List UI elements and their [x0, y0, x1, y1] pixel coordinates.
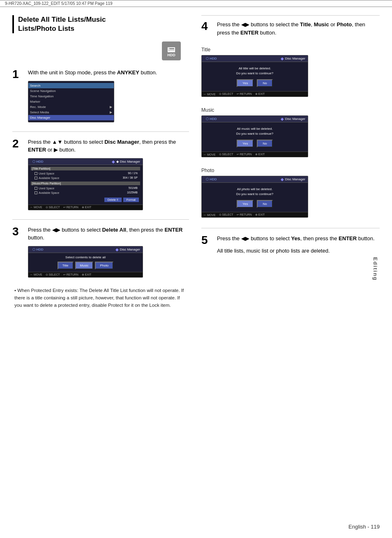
separator-right — [201, 228, 380, 228]
step-4-content: Press the ◀▶ buttons to select the Title… — [217, 21, 380, 41]
title-confirm-buttons: Yes No — [204, 79, 305, 87]
available-space2-row: Available Space 1025MB — [31, 191, 140, 195]
music-no-button[interactable]: No — [257, 140, 272, 147]
step-3: 3 Press the ◀▶ buttons to select Delete … — [12, 226, 189, 278]
step-2-content: Press the ▲▼ buttons to select Disc Mana… — [28, 138, 189, 210]
used-space-row: Used Space 90 / 1% — [31, 171, 140, 176]
title-checkbox — [35, 172, 37, 175]
separator-1 — [12, 131, 189, 132]
title-label: Title — [201, 47, 380, 53]
left-column: Delete All Title Lists/Music Lists/Photo… — [12, 15, 189, 309]
step-2-number: 2 — [12, 138, 24, 149]
title-yes-button[interactable]: Yes — [237, 79, 254, 87]
nav-return-3: ↩ RETURN — [63, 273, 78, 276]
format-button[interactable]: Format — [123, 198, 139, 202]
note-text: • When Protected Entry exists: The Delet… — [14, 287, 187, 309]
menu-item-time-nav: Time Navigation — [28, 94, 114, 99]
step-3-screen: ⬡ HDD ◆ Disc Manager Select contents to … — [28, 246, 143, 278]
step-4-number: 4 — [201, 21, 213, 32]
title-partition-section: [Title Partition] Used Space 90 / 1% — [31, 167, 140, 180]
step-1-text: With the unit in Stop mode, press the AN… — [28, 69, 189, 77]
step-2: 2 Press the ▲▼ buttons to select Disc Ma… — [12, 138, 189, 210]
music-yes-button[interactable]: Yes — [237, 140, 254, 147]
nav-select-3: ⊙ SELECT — [46, 273, 60, 276]
step-5-content: Press the ◀▶ buttons to select Yes, then… — [217, 235, 380, 259]
menu-item-rec-mode: Rec. Mode ▶ — [28, 104, 114, 110]
right-column: 4 Press the ◀▶ buttons to select the Tit… — [201, 15, 380, 309]
title-avail-checkbox — [35, 177, 37, 179]
used-space2-row: Used Space 501MB — [31, 186, 140, 191]
step-3-number: 3 — [12, 226, 24, 237]
step-1-screen: Search Scene Navigation Time Navigation … — [28, 81, 114, 122]
title-nav-bar: ↔ MOVE ⊙ SELECT ↩ RETURN ⊗ EXIT — [202, 91, 308, 97]
music-confirm-buttons: Yes No — [204, 140, 305, 147]
hdd-icon: 🖴 HDD — [162, 41, 181, 60]
step-2-screen-header: ⬡ HDD ◆ ◆ Disc Manager — [28, 159, 143, 165]
dm-action-buttons: Delete !! Format — [31, 196, 140, 203]
photo-confirm-text: All photo will be deleted. Do you want t… — [204, 187, 305, 197]
music-disc-manager: ◆ Disc Manager — [281, 117, 305, 121]
photo-disc-manager: ◆ Disc Manager — [281, 177, 305, 182]
step-2-disc-manager-label: ◆ ◆ Disc Manager — [112, 159, 140, 164]
music-checkbox — [35, 187, 37, 190]
music-hdd-label: ⬡ HDD — [204, 117, 219, 121]
available-space-row: Available Space 304 / 38 SP — [31, 176, 140, 180]
delete-all-button[interactable]: Delete !! — [104, 198, 122, 202]
header-bar: 9-HR720-XAC_109-122_EDIT 5/17/05 10:47 P… — [0, 0, 392, 7]
step-2-hdd-label: ⬡ HDD — [31, 159, 45, 164]
select-media-arrow: ▶ — [110, 110, 112, 114]
content-type-buttons: Title Music Photo — [31, 262, 140, 269]
nav-exit: ⊗ EXIT — [82, 206, 92, 209]
step-1-content: With the unit in Stop mode, press the AN… — [28, 69, 189, 122]
photo-screen-header: ⬡ HDD ◆ Disc Manager — [202, 176, 308, 183]
photo-button[interactable]: Photo — [95, 262, 113, 269]
photo-yes-button[interactable]: Yes — [237, 200, 254, 208]
step-2-screen-body: [Title Partition] Used Space 90 / 1% — [28, 165, 143, 205]
photo-confirm-section: Photo ⬡ HDD ◆ Disc Manager All photo wil… — [201, 168, 380, 218]
photo-confirm-screen: ⬡ HDD ◆ Disc Manager All photo will be d… — [201, 176, 308, 218]
step-5-number: 5 — [201, 235, 213, 246]
header-file-info: 9-HR720-XAC_109-122_EDIT 5/17/05 10:47 P… — [5, 1, 113, 6]
note-section: • When Protected Entry exists: The Delet… — [12, 287, 189, 309]
title-confirm-section: Title ⬡ HDD ◆ Disc Manager All title wil… — [201, 47, 380, 97]
music-confirm-screen: ⬡ HDD ◆ Disc Manager All music will be d… — [201, 115, 308, 157]
step-1-screen-body: Search Scene Navigation Time Navigation … — [28, 81, 114, 122]
photo-no-button[interactable]: No — [257, 200, 272, 208]
step-4: 4 Press the ◀▶ buttons to select the Tit… — [201, 21, 380, 41]
rec-mode-arrow: ▶ — [110, 105, 112, 109]
step-3-nav-bar: ↔ MOVE ⊙ SELECT ↩ RETURN ⊗ EXIT — [28, 272, 143, 277]
step-3-screen-header: ⬡ HDD ◆ Disc Manager — [28, 246, 143, 253]
title-partition-header: [Title Partition] — [31, 167, 140, 170]
music-nav-bar: ↔ MOVE ⊙ SELECT ↩ RETURN ⊗ EXIT — [202, 152, 308, 157]
nav-select: ⊙ SELECT — [46, 206, 60, 209]
step-1: 1 With the unit in Stop mode, press the … — [12, 69, 189, 122]
menu-item-disc-manager[interactable]: Disc Manager — [28, 115, 114, 120]
photo-nav-bar: ↔ MOVE ⊙ SELECT ↩ RETURN ⊗ EXIT — [202, 212, 308, 217]
section-title: Delete All Title Lists/Music Lists/Photo… — [18, 15, 106, 33]
photo-label: Photo — [201, 168, 380, 173]
title-button[interactable]: Title — [58, 262, 74, 269]
step-3-hdd-label: ⬡ HDD — [31, 247, 45, 252]
step-3-disc-manager-label: ◆ Disc Manager — [115, 247, 140, 252]
title-confirm-body: All title will be deleted. Do you want t… — [202, 62, 308, 91]
music-partition-section: [Music/Photo Partition] Used Space 501MB — [31, 182, 140, 195]
step-4-text: Press the ◀▶ buttons to select the Title… — [217, 21, 380, 37]
music-avail-checkbox — [35, 191, 37, 194]
menu-item-select-media: Select Media ▶ — [28, 110, 114, 115]
music-button[interactable]: Music — [75, 262, 94, 269]
nav-move: ↔ MOVE — [30, 206, 42, 209]
page-number: English - 119 — [348, 524, 380, 530]
title-no-button[interactable]: No — [257, 79, 272, 87]
editing-sidebar-label: Editing — [372, 257, 378, 281]
step-3-screen-body: Select contents to delete all Title Musi… — [28, 253, 143, 272]
step-3-text: Press the ◀▶ buttons to select Delete Al… — [28, 226, 189, 242]
step-5-text: Press the ◀▶ buttons to select Yes, then… — [217, 235, 380, 243]
step-2-nav-bar: ↔ MOVE ⊙ SELECT ↩ RETURN ⊗ EXIT — [28, 205, 143, 210]
menu-item-scene-nav: Scene Navigation — [28, 88, 114, 94]
nav-move-3: ↔ MOVE — [30, 273, 42, 276]
step-2-screen: ⬡ HDD ◆ ◆ Disc Manager [Title Partition] — [28, 158, 143, 210]
photo-confirm-body: All photo will be deleted. Do you want t… — [202, 183, 308, 212]
step-1-number: 1 — [12, 69, 24, 80]
menu-list: Search Scene Navigation Time Navigation … — [28, 83, 114, 120]
step-5: 5 Press the ◀▶ buttons to select Yes, th… — [201, 235, 380, 259]
